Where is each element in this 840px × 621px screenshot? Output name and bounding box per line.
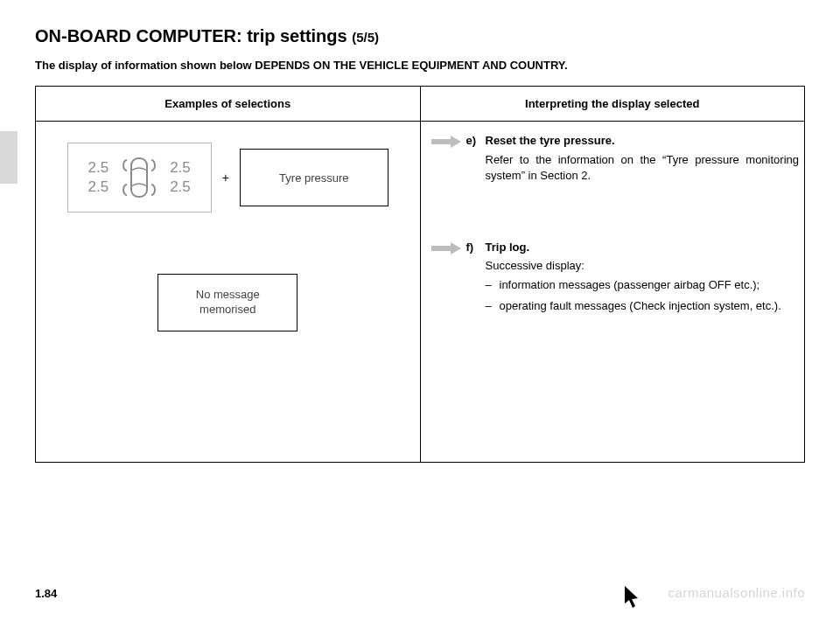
- page-number: 1.84: [35, 587, 57, 600]
- settings-table: Examples of selections Interpreting the …: [35, 86, 805, 463]
- col-header-interpreting: Interpreting the display selected: [420, 87, 805, 122]
- entry-f: f) Trip log. Successive display: informa…: [421, 241, 805, 318]
- entry-e-para: Refer to the information on the “Tyre pr…: [486, 152, 800, 183]
- car-top-icon: [116, 151, 163, 204]
- entry-f-title: Trip log.: [486, 241, 530, 254]
- arrow-right-icon: [431, 136, 461, 148]
- watermark: carmanualsonline.info: [668, 585, 805, 600]
- tyre-values-right: 2.5 2.5: [170, 158, 191, 197]
- list-item: information messages (passenger airbag O…: [486, 277, 800, 293]
- entry-e-body: e) Reset the tyre pressure. Refer to the…: [466, 134, 805, 188]
- plus-sign: +: [222, 171, 229, 185]
- entry-f-key: f): [466, 241, 480, 254]
- title-sub: (5/5): [352, 30, 379, 45]
- entry-f-sub: Successive display:: [486, 259, 800, 272]
- examples-cell: 2.5 2.5 2.5 2.5: [36, 122, 421, 463]
- tyre-pressure-label: Tyre pressure: [279, 171, 348, 185]
- tyre-fl: 2.5: [88, 158, 109, 178]
- no-message-line2: memorised: [196, 303, 260, 317]
- svg-marker-2: [431, 242, 461, 255]
- arrow-right-icon: [431, 242, 461, 255]
- section-tab: [0, 131, 18, 184]
- entry-f-list: information messages (passenger airbag O…: [486, 277, 800, 313]
- no-message-line1: No message: [196, 288, 260, 303]
- page-title: ON-BOARD COMPUTER: trip settings (5/5): [35, 26, 805, 46]
- entry-e: e) Reset the tyre pressure. Refer to the…: [421, 134, 805, 188]
- entry-e-key: e): [466, 134, 480, 147]
- tyre-pressure-display: 2.5 2.5 2.5 2.5: [67, 143, 212, 213]
- no-message-box: No message memorised: [158, 274, 298, 331]
- svg-marker-1: [431, 136, 461, 148]
- entry-e-title: Reset the tyre pressure.: [486, 134, 615, 147]
- interpreting-cell: e) Reset the tyre pressure. Refer to the…: [420, 122, 805, 463]
- arrow-col: [421, 134, 461, 188]
- svg-marker-3: [625, 586, 638, 608]
- tyre-pressure-label-box: Tyre pressure: [240, 149, 388, 206]
- tyre-values-left: 2.5 2.5: [88, 158, 109, 197]
- tyre-fr: 2.5: [170, 158, 191, 178]
- svg-rect-0: [131, 158, 147, 197]
- cursor-icon: [625, 586, 640, 609]
- arrow-col: [421, 241, 461, 318]
- equipment-note: The display of information shown below D…: [35, 59, 805, 72]
- tyre-rr: 2.5: [170, 178, 191, 197]
- col-header-examples: Examples of selections: [36, 87, 421, 122]
- list-item: operating fault messages (Check injectio…: [486, 298, 800, 314]
- entry-f-body: f) Trip log. Successive display: informa…: [466, 241, 805, 318]
- tyre-pressure-row: 2.5 2.5 2.5 2.5: [36, 143, 420, 213]
- title-main: ON-BOARD COMPUTER: trip settings: [35, 26, 347, 45]
- tyre-rl: 2.5: [88, 178, 109, 197]
